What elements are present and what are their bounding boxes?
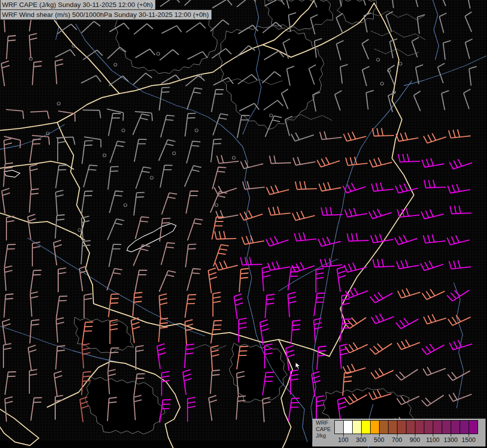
wind-barb (270, 155, 291, 163)
wind-barb (294, 232, 316, 241)
wind-barb (188, 219, 203, 241)
wind-barb (321, 207, 343, 215)
wind-barb (414, 91, 420, 111)
wind-barb (159, 294, 168, 319)
wind-barb (185, 295, 196, 318)
cape-zero-patch (85, 376, 165, 434)
wind-barb (56, 165, 67, 188)
wind-barb (30, 270, 41, 293)
station-circle-icon (232, 156, 235, 159)
wind-barb (55, 50, 75, 57)
wind-barb (423, 234, 445, 243)
cape-legend: WRFCAPEJ/kg 100300500700900110013001500 (312, 419, 486, 447)
legend-swatch (352, 420, 362, 434)
wind-barb (58, 137, 66, 161)
wind-barb (56, 345, 65, 369)
wind-barb (56, 296, 67, 319)
wind-barb (135, 112, 152, 121)
legend-swatch-strip (334, 420, 478, 434)
wind-barb (465, 39, 473, 59)
wind-barb (286, 346, 295, 371)
wind-barb (217, 155, 239, 163)
wind-barb (58, 268, 66, 292)
wind-barb (314, 293, 325, 316)
wind-barb (269, 207, 291, 215)
legend-swatch (451, 420, 460, 434)
wind-barb (449, 159, 472, 169)
wind-barb (185, 166, 201, 187)
legend-label: WRFCAPEJ/kg (316, 420, 331, 439)
wind-barb (345, 288, 368, 298)
wind-barb (396, 132, 418, 141)
wind-barb (366, 91, 374, 110)
legend-tick-label: 1300 (444, 437, 458, 444)
wind-barb (373, 259, 394, 267)
wind-barb (159, 88, 170, 111)
station-circle-icon (195, 129, 198, 132)
station-circle-icon (78, 228, 81, 231)
cape-contour-line (194, 344, 226, 349)
wind-barb (157, 344, 166, 369)
map-canvas[interactable] (0, 0, 487, 448)
wind-barb (186, 244, 196, 268)
wind-barb (81, 76, 101, 83)
cape-zero-patch (337, 0, 377, 24)
legend-swatch (379, 420, 389, 434)
wind-barb (371, 368, 393, 379)
wind-barb (439, 13, 447, 33)
wind-barb (396, 369, 418, 380)
cape-zero-patch (265, 0, 333, 30)
station-circle-icon (381, 82, 384, 85)
wind-barb (449, 393, 472, 401)
wind-barb (30, 111, 49, 119)
wind-barb (422, 158, 444, 167)
wind-barb (160, 165, 173, 188)
legend-label-line: J/kg (316, 433, 331, 439)
wind-barb (131, 318, 140, 343)
wind-barb (56, 190, 64, 215)
wind-barb (162, 371, 170, 396)
wind-barb (386, 11, 393, 31)
legend-swatch (343, 420, 353, 434)
wind-barb (32, 61, 42, 85)
wind-barb (316, 396, 324, 420)
legend-swatch (469, 420, 478, 434)
wind-barb (108, 294, 119, 318)
wind-barb (4, 136, 20, 148)
wind-barb (1, 61, 10, 87)
lake-outline (4, 170, 20, 177)
legend-swatch (415, 420, 424, 434)
wind-barb (31, 398, 42, 421)
legend-swatch (388, 420, 397, 434)
wind-barb (159, 318, 168, 342)
wind-barb (208, 268, 217, 294)
wind-barb (345, 208, 367, 217)
wind-barb (420, 261, 443, 271)
wind-barb (136, 167, 151, 189)
wind-barb (109, 244, 121, 267)
wind-barb (388, 65, 394, 85)
wind-barb (82, 21, 100, 33)
wind-barb (110, 141, 125, 163)
wind-barb (397, 339, 420, 349)
wind-barb (340, 344, 348, 369)
wind-barb (291, 370, 298, 394)
river-line (454, 283, 464, 408)
wind-barb (212, 167, 226, 189)
wind-barb (465, 12, 472, 32)
wind-barb (396, 260, 419, 269)
wind-barb (370, 158, 392, 167)
wind-barb (295, 181, 317, 189)
wind-barb (448, 315, 471, 326)
wind-barb (422, 289, 445, 300)
wind-barb (215, 231, 236, 239)
wind-barb (391, 0, 399, 8)
map-title-cape: WRF CAPE (J/kg) Sunday 30-11-2025 12:00 … (0, 0, 156, 10)
wind-barb (344, 132, 366, 141)
wind-barb (371, 314, 394, 324)
wind-barb (344, 263, 367, 272)
wind-barb (292, 211, 315, 221)
wind-barb (291, 133, 314, 141)
station-circle-icon (377, 58, 380, 61)
wind-barb (84, 165, 97, 187)
